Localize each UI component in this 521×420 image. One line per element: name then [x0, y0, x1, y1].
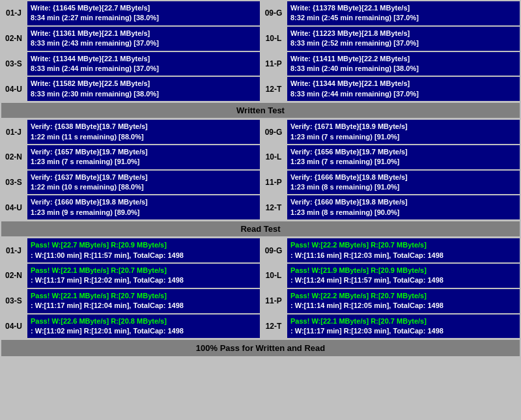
status-line1: Verify: {1656 MByte}[19.7 MByte/s]: [290, 147, 516, 157]
status-line1: Verify: {1666 MByte}[19.8 MByte/s]: [290, 173, 516, 182]
status-line1: Write: {11344 MByte}[22.1 MByte/s]: [31, 54, 257, 64]
device-id-left: 04-U: [1, 77, 26, 101]
status-line2: 1:23 min (7 s remaining) [91.0%]: [31, 157, 257, 167]
status-cell-right: Verify: {1660 MByte}[19.8 MByte/s]1:23 m…: [287, 195, 520, 219]
status-line2: : W:[11:02 min] R:[12:01 min], TotalCap:…: [31, 326, 257, 336]
status-line1: Pass! W:[22.6 MByte/s] R:[20.8 MByte/s]: [31, 316, 257, 326]
status-line2: 1:23 min (8 s remaining) [90.0%]: [290, 208, 516, 217]
table-row: 04-UVerify: {1660 MByte}[19.8 MByte/s]1:…: [1, 195, 520, 219]
status-cell-left: Write: {11344 MByte}[22.1 MByte/s]8:33 m…: [27, 52, 260, 76]
status-cell-right: Pass! W:[22.2 MByte/s] R:[20.7 MByte/s]:…: [287, 238, 520, 262]
status-cell-left: Pass! W:[22.1 MByte/s] R:[20.7 MByte/s]:…: [27, 264, 260, 288]
device-id-left: 04-U: [1, 315, 26, 339]
status-line1: Verify: {1657 MByte}[19.7 MByte/s]: [31, 147, 257, 157]
device-id-left: 03-S: [1, 289, 26, 313]
status-cell-right: Write: {11378 MByte}[22.1 MByte/s]8:32 m…: [287, 1, 520, 25]
status-line1: Write: {11223 MByte}[21.8 MByte/s]: [290, 29, 516, 38]
status-line1: Write: {11344 MByte}[22.1 MByte/s]: [290, 79, 516, 89]
status-cell-left: Pass! W:[22.7 MByte/s] R:[20.9 MByte/s]:…: [27, 238, 260, 262]
status-cell-left: Write: {11645 MByte}[22.7 MByte/s]8:34 m…: [27, 1, 260, 25]
status-line1: Verify: {1660 MByte}[19.8 MByte/s]: [290, 197, 516, 207]
status-line1: Pass! W:[22.2 MByte/s] R:[20.7 MByte/s]: [290, 240, 516, 250]
status-cell-right: Write: {11344 MByte}[22.1 MByte/s]8:33 m…: [287, 77, 520, 101]
table-row: 02-NPass! W:[22.1 MByte/s] R:[20.7 MByte…: [1, 264, 520, 288]
status-line1: Pass! W:[22.1 MByte/s] R:[20.7 MByte/s]: [31, 266, 257, 275]
status-cell-left: Verify: {1638 MByte}[19.7 MByte/s]1:22 m…: [27, 120, 260, 144]
status-cell-right: Verify: {1671 MByte}[19.9 MByte/s]1:23 m…: [287, 120, 520, 144]
status-cell-left: Verify: {1657 MByte}[19.7 MByte/s]1:23 m…: [27, 145, 260, 169]
device-id-left: 01-J: [1, 120, 26, 144]
written-test-header: Written Test: [1, 103, 520, 118]
status-line2: 1:23 min (9 s remaining) [89.0%]: [31, 208, 257, 217]
status-cell-right: Pass! W:[22.2 MByte/s] R:[20.7 MByte/s]:…: [287, 289, 520, 313]
status-line2: 1:23 min (7 s remaining) [91.0%]: [290, 132, 516, 142]
device-id-right: 11-P: [261, 171, 286, 195]
status-line2: : W:[11:17 min] R:[12:04 min], TotalCap:…: [31, 301, 257, 311]
status-line2: 8:33 min (2:40 min remaining) [38.0%]: [290, 64, 516, 74]
table-row: 02-NVerify: {1657 MByte}[19.7 MByte/s]1:…: [1, 145, 520, 169]
main-container: 01-JWrite: {11645 MByte}[22.7 MByte/s]8:…: [0, 0, 521, 357]
status-line2: 1:22 min (10 s remaining) [88.0%]: [31, 182, 257, 192]
device-id-left: 04-U: [1, 195, 26, 219]
device-id-left: 02-N: [1, 27, 26, 51]
device-id-right: 10-L: [261, 145, 286, 169]
status-cell-left: Pass! W:[22.1 MByte/s] R:[20.7 MByte/s]:…: [27, 289, 260, 313]
table-row: 01-JWrite: {11645 MByte}[22.7 MByte/s]8:…: [1, 1, 520, 25]
table-row: 03-SPass! W:[22.1 MByte/s] R:[20.7 MByte…: [1, 289, 520, 313]
status-cell-left: Verify: {1637 MByte}[19.7 MByte/s]1:22 m…: [27, 171, 260, 195]
status-line1: Pass! W:[21.9 MByte/s] R:[20.9 MByte/s]: [290, 266, 516, 275]
status-cell-left: Pass! W:[22.6 MByte/s] R:[20.8 MByte/s]:…: [27, 315, 260, 339]
status-line2: 8:33 min (2:44 min remaining) [37.0%]: [290, 89, 516, 99]
status-line2: 8:32 min (2:45 min remaining) [37.0%]: [290, 13, 516, 23]
device-id-right: 10-L: [261, 27, 286, 51]
status-line1: Write: {11411 MByte}[22.2 MByte/s]: [290, 54, 516, 64]
device-id-right: 10-L: [261, 264, 286, 288]
status-line1: Verify: {1638 MByte}[19.7 MByte/s]: [31, 122, 257, 132]
device-id-right: 09-G: [261, 120, 286, 144]
status-cell-right: Verify: {1656 MByte}[19.7 MByte/s]1:23 m…: [287, 145, 520, 169]
status-line1: Verify: {1671 MByte}[19.9 MByte/s]: [290, 122, 516, 132]
read-test-header: Read Test: [1, 221, 520, 236]
device-id-left: 02-N: [1, 145, 26, 169]
status-cell-right: Pass! W:[21.9 MByte/s] R:[20.9 MByte/s]:…: [287, 264, 520, 288]
status-cell-right: Verify: {1666 MByte}[19.8 MByte/s]1:23 m…: [287, 171, 520, 195]
table-row: 03-SWrite: {11344 MByte}[22.1 MByte/s]8:…: [1, 52, 520, 76]
device-id-right: 11-P: [261, 289, 286, 313]
table-row: 04-UWrite: {11582 MByte}[22.5 MByte/s]8:…: [1, 77, 520, 101]
table-row: 03-SVerify: {1637 MByte}[19.7 MByte/s]1:…: [1, 171, 520, 195]
table-row: 02-NWrite: {11361 MByte}[22.1 MByte/s]8:…: [1, 27, 520, 51]
device-id-right: 12-T: [261, 315, 286, 339]
status-line2: : W:[11:17 min] R:[12:02 min], TotalCap:…: [31, 275, 257, 285]
status-line2: 8:33 min (2:52 min remaining) [37.0%]: [290, 38, 516, 48]
write-section: 01-JWrite: {11645 MByte}[22.7 MByte/s]8:…: [1, 1, 520, 118]
status-cell-right: Write: {11411 MByte}[22.2 MByte/s]8:33 m…: [287, 52, 520, 76]
status-line2: : W:[11:16 min] R:[12:03 min], TotalCap:…: [290, 251, 516, 260]
verify-section: 01-JVerify: {1638 MByte}[19.7 MByte/s]1:…: [1, 120, 520, 236]
status-line1: Pass! W:[22.1 MByte/s] R:[20.7 MByte/s]: [31, 291, 257, 301]
status-line2: 8:34 min (2:27 min remaining) [38.0%]: [31, 13, 257, 23]
status-line1: Verify: {1660 MByte}[19.8 MByte/s]: [31, 197, 257, 207]
status-line2: 1:22 min (11 s remaining) [88.0%]: [31, 132, 257, 142]
status-line2: 8:33 min (2:30 min remaining) [38.0%]: [31, 89, 257, 99]
status-line1: Verify: {1637 MByte}[19.7 MByte/s]: [31, 173, 257, 182]
device-id-left: 01-J: [1, 1, 26, 25]
status-line2: : W:[11:17 min] R:[12:03 min], TotalCap:…: [290, 326, 516, 336]
table-row: 01-JPass! W:[22.7 MByte/s] R:[20.9 MByte…: [1, 238, 520, 262]
device-id-right: 09-G: [261, 1, 286, 25]
status-line2: 1:23 min (7 s remaining) [91.0%]: [290, 157, 516, 167]
status-line2: : W:[11:14 min] R:[12:05 min], TotalCap:…: [290, 301, 516, 311]
status-line1: Write: {11582 MByte}[22.5 MByte/s]: [31, 79, 257, 89]
status-line1: Pass! W:[22.2 MByte/s] R:[20.7 MByte/s]: [290, 291, 516, 301]
table-row: 04-UPass! W:[22.6 MByte/s] R:[20.8 MByte…: [1, 315, 520, 339]
device-id-right: 12-T: [261, 77, 286, 101]
status-line2: 8:33 min (2:44 min remaining) [37.0%]: [31, 64, 257, 74]
pass-section: 01-JPass! W:[22.7 MByte/s] R:[20.9 MByte…: [1, 238, 520, 338]
status-line2: : W:[11:00 min] R:[11:57 min], TotalCap:…: [31, 251, 257, 260]
device-id-left: 02-N: [1, 264, 26, 288]
status-cell-left: Write: {11361 MByte}[22.1 MByte/s]8:33 m…: [27, 27, 260, 51]
status-line2: : W:[11:24 min] R:[11:57 min], TotalCap:…: [290, 275, 516, 285]
device-id-left: 03-S: [1, 52, 26, 76]
footer-status: 100% Pass for Written and Read: [1, 340, 520, 356]
device-id-left: 03-S: [1, 171, 26, 195]
status-cell-right: Write: {11223 MByte}[21.8 MByte/s]8:33 m…: [287, 27, 520, 51]
